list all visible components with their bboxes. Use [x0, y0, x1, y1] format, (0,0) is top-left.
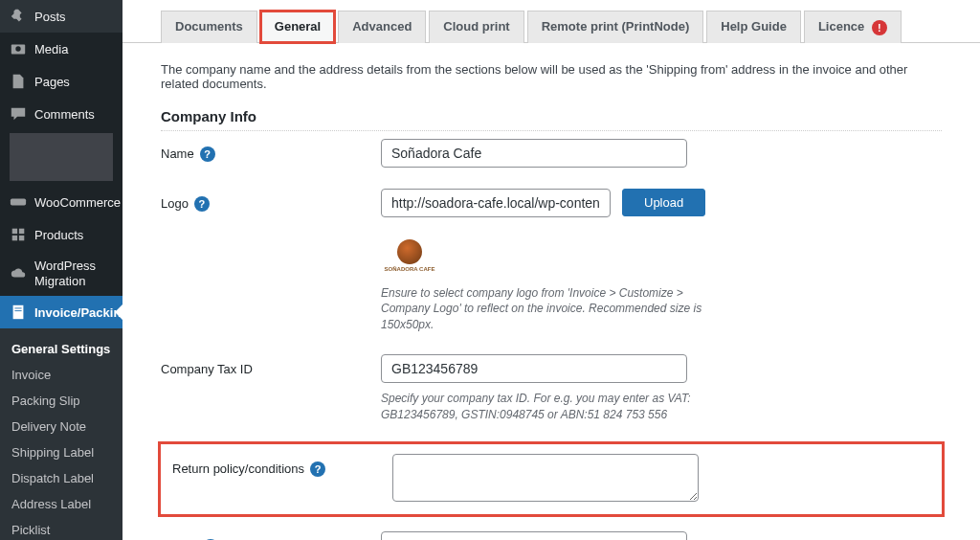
name-input[interactable]: [381, 139, 687, 168]
tax-label: Company Tax ID: [161, 354, 381, 376]
sidebar-item-invoice-packing[interactable]: Invoice/Packing: [0, 296, 122, 328]
return-policy-highlight: Return policy/conditions ?: [161, 444, 942, 514]
tab-licence[interactable]: Licence !: [804, 11, 902, 43]
doc-icon: [10, 304, 27, 321]
sidebar-item-pages[interactable]: Pages: [0, 65, 122, 98]
help-icon[interactable]: ?: [310, 461, 325, 477]
sub-item-shipping-label[interactable]: Shipping Label: [0, 439, 122, 465]
sidebar-item-media[interactable]: Media: [0, 33, 122, 65]
sub-item-address-label[interactable]: Address Label: [0, 491, 122, 517]
tab-advanced[interactable]: Advanced: [338, 11, 426, 43]
return-policy-textarea[interactable]: [392, 454, 699, 502]
tab-documents[interactable]: Documents: [161, 11, 257, 43]
sub-item-dispatch-label[interactable]: Dispatch Label: [0, 465, 122, 491]
help-icon[interactable]: ?: [194, 196, 210, 212]
help-icon[interactable]: ?: [200, 146, 215, 162]
upload-button[interactable]: Upload: [622, 189, 705, 216]
sidebar-label: Posts: [34, 10, 66, 24]
svg-rect-5: [12, 236, 17, 240]
tab-cloud-print[interactable]: Cloud print: [429, 11, 523, 43]
woo-icon: [10, 193, 27, 211]
sidebar-item-wp-migration[interactable]: WordPress Migration: [0, 251, 122, 296]
sub-item-general-settings[interactable]: General Settings: [0, 336, 122, 362]
tab-remote-print[interactable]: Remote print (PrintNode): [527, 11, 704, 43]
sidebar-item-products[interactable]: Products: [0, 218, 122, 251]
tab-label: Licence: [818, 19, 864, 34]
section-title: Company Info: [161, 108, 942, 131]
sidebar-item-woocommerce[interactable]: WooCommerce: [0, 186, 122, 218]
svg-rect-7: [13, 305, 24, 319]
settings-form: The company name and the address details…: [122, 43, 980, 540]
svg-rect-4: [19, 229, 24, 234]
logo-url-input[interactable]: [381, 189, 611, 217]
svg-rect-9: [14, 310, 21, 311]
sidebar-label: Invoice/Packing: [34, 305, 122, 320]
sub-item-packing-slip[interactable]: Packing Slip: [0, 388, 122, 414]
svg-rect-6: [19, 236, 24, 240]
cloud-icon: [10, 265, 27, 282]
admin-sidebar: Posts Media Pages Comments WooCommerce P…: [0, 0, 122, 540]
tax-id-input[interactable]: [381, 354, 687, 383]
logo-label: Logo ?: [161, 189, 381, 212]
chat-icon: [10, 105, 27, 123]
sidebar-label: Comments: [34, 107, 95, 122]
footer-label: Footer ?: [161, 531, 381, 540]
intro-text: The company name and the address details…: [161, 62, 942, 91]
svg-rect-2: [11, 198, 26, 205]
svg-point-1: [15, 46, 20, 51]
products-icon: [10, 226, 27, 243]
svg-rect-3: [12, 229, 17, 234]
tax-help-text: Specify your company tax ID. For e.g. yo…: [381, 391, 706, 423]
tab-nav: Documents General Advanced Cloud print R…: [122, 0, 980, 43]
sidebar-item-comments[interactable]: Comments: [0, 98, 122, 130]
footer-textarea[interactable]: It's a great choice. Thank you for the p…: [381, 531, 687, 540]
page-icon: [10, 73, 27, 90]
sidebar-label: Media: [34, 42, 68, 56]
camera-icon: [10, 40, 27, 57]
name-label: Name ?: [161, 139, 381, 162]
sidebar-label: Products: [34, 228, 83, 242]
svg-rect-8: [14, 308, 21, 309]
sub-item-picklist[interactable]: Picklist: [0, 517, 122, 540]
sub-item-delivery-note[interactable]: Delivery Note: [0, 414, 122, 439]
sidebar-blank-placeholder: [10, 133, 113, 181]
tab-help-guide[interactable]: Help Guide: [706, 11, 801, 43]
logo-preview-image: SOÑADORA CAFE: [381, 235, 438, 278]
sidebar-item-posts[interactable]: Posts: [0, 0, 122, 33]
row-return-policy: Return policy/conditions ?: [172, 454, 930, 505]
sub-item-invoice[interactable]: Invoice: [0, 362, 122, 388]
logo-help-text: Ensure to select company logo from 'Invo…: [381, 285, 706, 333]
alert-badge-icon: !: [872, 20, 887, 35]
tab-general[interactable]: General: [260, 11, 335, 43]
return-label: Return policy/conditions ?: [172, 454, 392, 477]
sidebar-label: WooCommerce: [34, 195, 121, 210]
sidebar-submenu: General Settings Invoice Packing Slip De…: [0, 328, 122, 540]
row-tax-id: Company Tax ID Specify your company tax …: [161, 354, 942, 423]
row-footer: Footer ? It's a great choice. Thank you …: [161, 531, 942, 540]
pin-icon: [10, 8, 27, 25]
main-content: Documents General Advanced Cloud print R…: [122, 0, 980, 540]
sidebar-label: WordPress Migration: [34, 259, 113, 288]
row-logo: Logo ? Upload SOÑADORA CAFE Ensure to se…: [161, 189, 942, 333]
sidebar-label: Pages: [34, 75, 70, 89]
row-name: Name ?: [161, 139, 942, 168]
